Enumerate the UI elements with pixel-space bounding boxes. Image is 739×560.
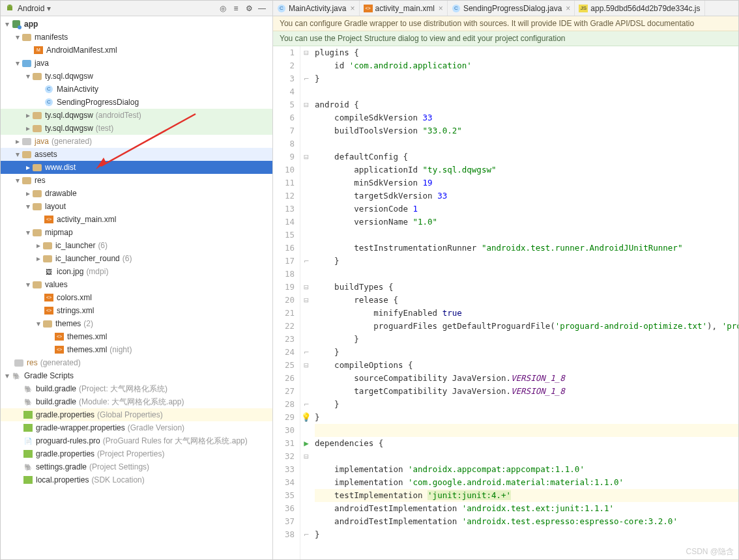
fold-toggle[interactable] xyxy=(300,424,312,437)
editor-tab[interactable]: CSendingProgressDialog.java× xyxy=(448,1,575,16)
close-icon[interactable]: × xyxy=(566,4,570,13)
code-area[interactable]: plugins { id 'com.android.application'}a… xyxy=(312,46,738,559)
tree-mipmap[interactable]: ▾mipmap xyxy=(1,226,272,239)
tree-build-gradle-proj[interactable]: 🐘build.gradle(Project: 大气网格化系统) xyxy=(1,382,272,395)
fold-toggle[interactable] xyxy=(300,385,312,398)
fold-toggle[interactable]: ⌐ xyxy=(300,528,312,541)
fold-toggle[interactable]: ⊟ xyxy=(300,294,312,307)
tree-gradle-properties-proj[interactable]: gradle.properties(Project Properties) xyxy=(1,447,272,460)
tree-manifests[interactable]: ▾manifests xyxy=(1,31,272,44)
fold-toggle[interactable] xyxy=(300,216,312,229)
tree-res-gen[interactable]: res(generated) xyxy=(1,356,272,369)
tree-ic-launcher-round[interactable]: ▸ic_launcher_round(6) xyxy=(1,252,272,265)
fold-toggle[interactable] xyxy=(300,489,312,502)
fold-toggle[interactable]: ⊟ xyxy=(300,359,312,372)
tree-manifest-file[interactable]: MAndroidManifest.xml xyxy=(1,44,272,57)
tree-colors-xml[interactable]: <>colors.xml xyxy=(1,291,272,304)
tree-assets[interactable]: ▾assets xyxy=(1,148,272,161)
tree-app[interactable]: ▾app xyxy=(1,18,272,31)
node-label: themes.xml xyxy=(67,332,107,341)
tree-icon-jpg[interactable]: 🖼icon.jpg(mdpi) xyxy=(1,265,272,278)
node-hint: (ProGuard Rules for 大气网格化系统.app) xyxy=(103,436,248,447)
file-icon: <> xyxy=(364,5,373,12)
fold-toggle[interactable] xyxy=(300,203,312,216)
fold-toggle[interactable]: 💡 xyxy=(300,411,312,424)
tree-layout[interactable]: ▾layout xyxy=(1,200,272,213)
fold-toggle[interactable] xyxy=(300,268,312,281)
target-icon[interactable]: ◎ xyxy=(216,2,229,15)
fold-toggle[interactable] xyxy=(300,85,312,98)
tree-themes-xml[interactable]: <>themes.xml xyxy=(1,330,272,343)
fold-toggle[interactable]: ▶ ⊟ xyxy=(300,437,312,450)
tree-activity-main-xml[interactable]: <>activity_main.xml xyxy=(1,213,272,226)
fold-toggle[interactable] xyxy=(300,229,312,242)
fold-toggle[interactable]: ⌐ xyxy=(300,255,312,268)
tree-themes-night-xml[interactable]: <>themes.xml(night) xyxy=(1,343,272,356)
fold-toggle[interactable] xyxy=(300,502,312,515)
tree-local-properties[interactable]: local.properties(SDK Location) xyxy=(1,473,272,486)
view-mode-dropdown-icon[interactable]: ▾ xyxy=(47,4,51,13)
tree-main-activity[interactable]: CMainActivity xyxy=(1,83,272,96)
tree-build-gradle-mod[interactable]: 🐘build.gradle(Module: 大气网格化系统.app) xyxy=(1,395,272,408)
filter-icon[interactable]: ≡ xyxy=(229,2,242,15)
tree-themes[interactable]: ▾themes(2) xyxy=(1,317,272,330)
editor-tab[interactable]: <>activity_main.xml× xyxy=(360,1,448,16)
fold-toggle[interactable] xyxy=(300,124,312,137)
view-mode-label[interactable]: Android xyxy=(18,4,44,13)
fold-toggle[interactable] xyxy=(300,333,312,346)
tree-www-dist[interactable]: ▸www.dist xyxy=(1,161,272,174)
close-icon[interactable]: × xyxy=(350,4,355,13)
tree-drawable[interactable]: ▸drawable xyxy=(1,187,272,200)
editor-tab[interactable]: JSapp.59dbd56d4d2b79de334c.js xyxy=(575,1,704,16)
tree-java[interactable]: ▾java xyxy=(1,57,272,70)
collapse-icon[interactable]: — xyxy=(255,2,268,15)
fold-toggle[interactable]: ⌐ xyxy=(300,72,312,85)
fold-toggle[interactable]: ⌐ xyxy=(300,398,312,411)
tree-gradle-wrapper-properties[interactable]: gradle-wrapper.properties(Gradle Version… xyxy=(1,421,272,434)
tree-ic-launcher[interactable]: ▸ic_launcher(6) xyxy=(1,239,272,252)
fold-toggle[interactable] xyxy=(300,372,312,385)
fold-toggle[interactable]: ⌐ xyxy=(300,346,312,359)
fold-toggle[interactable] xyxy=(300,111,312,124)
code-editor[interactable]: 1234567891011121314151617181920212223242… xyxy=(273,46,738,559)
fold-toggle[interactable] xyxy=(300,476,312,489)
xml-icon: <> xyxy=(44,294,53,301)
tree-proguard-rules[interactable]: 📄proguard-rules.pro(ProGuard Rules for 大… xyxy=(1,434,272,447)
editor-tab[interactable]: CMainActivity.java× xyxy=(273,1,360,16)
fold-toggle[interactable]: ⊟ xyxy=(300,281,312,294)
fold-toggle[interactable] xyxy=(300,463,312,476)
node-label: build.gradle xyxy=(36,397,76,406)
banner-project-structure[interactable]: You can use the Project Structure dialog… xyxy=(273,31,738,46)
banner-gradle-sources[interactable]: You can configure Gradle wrapper to use … xyxy=(273,16,738,31)
fold-toggle[interactable] xyxy=(300,189,312,203)
close-icon[interactable]: × xyxy=(439,4,443,13)
fold-toggle[interactable] xyxy=(300,320,312,333)
tree-pkg-test[interactable]: ▸ty.sql.dqwgsw(test) xyxy=(1,122,272,135)
tree-strings-xml[interactable]: <>strings.xml xyxy=(1,304,272,317)
node-label: icon.jpg xyxy=(57,267,83,276)
tree-values[interactable]: ▾values xyxy=(1,278,272,291)
tree-sending-dialog[interactable]: CSendingProgressDialog xyxy=(1,96,272,109)
fold-toggle[interactable]: ⊟ xyxy=(300,98,312,111)
tree-pkg-androidtest[interactable]: ▸ty.sql.dqwgsw(androidTest) xyxy=(1,109,272,122)
tree-pkg-main[interactable]: ▾ty.sql.dqwgsw xyxy=(1,70,272,83)
tree-java-gen[interactable]: ▸java(generated) xyxy=(1,135,272,148)
tree-gradle-scripts[interactable]: ▾🐘Gradle Scripts xyxy=(1,369,272,382)
node-label: java xyxy=(35,137,49,146)
fold-toggle[interactable]: ⊟ xyxy=(300,150,312,163)
fold-toggle[interactable] xyxy=(300,307,312,320)
fold-toggle[interactable]: ⊟ xyxy=(300,46,312,59)
gear-icon[interactable]: ⚙ xyxy=(242,2,255,15)
fold-toggle[interactable] xyxy=(300,137,312,150)
fold-toggle[interactable] xyxy=(300,59,312,72)
java-class-icon: C xyxy=(45,98,53,106)
fold-toggle[interactable] xyxy=(300,515,312,528)
tree-gradle-properties-global[interactable]: gradle.properties(Global Properties) xyxy=(1,408,272,421)
fold-toggle[interactable] xyxy=(300,242,312,255)
tree-res[interactable]: ▾res xyxy=(1,174,272,187)
node-hint: (Global Properties) xyxy=(97,410,163,419)
node-label: themes.xml xyxy=(67,345,107,354)
tree-settings-gradle[interactable]: 🐘settings.gradle(Project Settings) xyxy=(1,460,272,473)
fold-toggle[interactable] xyxy=(300,176,312,189)
fold-toggle[interactable] xyxy=(300,163,312,176)
